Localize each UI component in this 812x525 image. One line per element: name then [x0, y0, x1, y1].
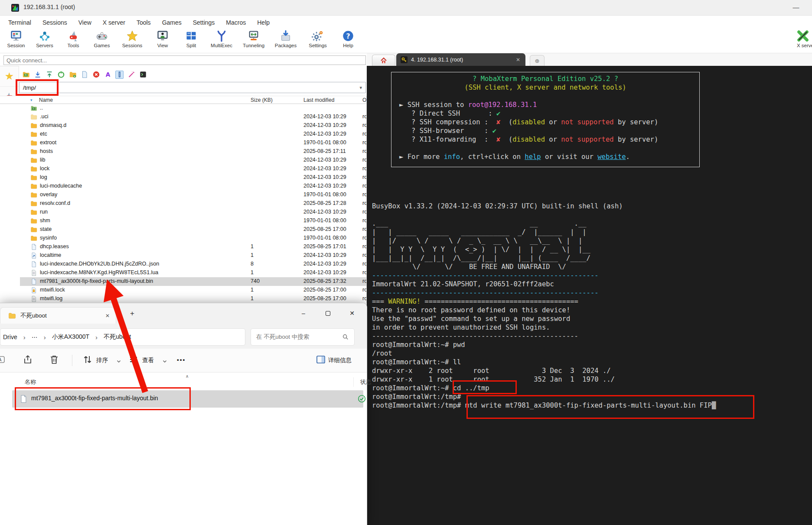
toolbar-tools[interactable]: Tools [59, 29, 88, 48]
breadcrumb-item[interactable]: 不死uboot [101, 333, 134, 341]
toolbar-servers[interactable]: Servers [30, 29, 59, 48]
font-icon[interactable]: A [104, 71, 112, 79]
explorer-tab-close-icon[interactable]: ✕ [105, 313, 110, 319]
sftp-row-mtwifi.log[interactable]: mtwifi.log12025-08-25 17:00ro [20, 295, 366, 303]
upload-icon[interactable] [45, 71, 53, 79]
sftp-row-hosts[interactable]: hosts2025-08-25 17:11ro [20, 147, 366, 156]
column-owner[interactable]: O [362, 97, 366, 103]
menu-view[interactable]: View [73, 16, 97, 29]
wand-icon[interactable] [127, 71, 135, 79]
favorites-button[interactable]: ★ [0, 66, 19, 87]
breadcrumb[interactable]: Drive›⋯›小米AX3000T›不死uboot [0, 328, 245, 346]
details-button[interactable]: 详细信息 [328, 356, 352, 364]
sftp-row-lib[interactable]: lib2024-12-03 10:29ro [20, 156, 366, 165]
tab-close-icon[interactable]: ✕ [516, 57, 520, 63]
sftp-row-dnsmasq.d[interactable]: dnsmasq.d2024-12-03 10:29ro [20, 121, 366, 130]
download-icon[interactable] [33, 71, 42, 79]
delete-button[interactable] [49, 354, 61, 366]
sftp-row-resolv.conf.d[interactable]: resolv.conf.d2025-08-25 17:28ro [20, 199, 366, 208]
file-modified: 2024-12-03 10:29 [303, 261, 346, 267]
sftp-row-run[interactable]: run2024-12-03 10:29ro [20, 208, 366, 217]
menu-games[interactable]: Games [157, 16, 187, 29]
toolbar-games[interactable]: Games [88, 29, 116, 48]
menu-tools[interactable]: Tools [131, 16, 157, 29]
sftp-row-extroot[interactable]: extroot1970-01-01 08:00ro [20, 139, 366, 147]
terminal[interactable]: ? MobaXterm Personal Edition v25.2 ?(SSH… [367, 66, 812, 525]
new-file-icon[interactable] [80, 71, 88, 79]
sftp-row-mtwifi.lock[interactable]: mtwifi.lock12025-08-25 17:00ro [20, 286, 366, 295]
sftp-row-luci-indexcache.DHObYk2Ub.DHN.j5cZdRO..json[interactable]: luci-indexcache.DHObYk2Ub.DHN.j5cZdRO..j… [20, 260, 366, 269]
sftp-row-overlay[interactable]: overlay1970-01-01 08:00ro [20, 191, 366, 199]
quick-connect-input[interactable] [3, 55, 366, 65]
sftp-row-sysinfo[interactable]: sysinfo1970-01-01 08:00ro [20, 234, 366, 243]
sftp-row-state[interactable]: state2025-08-25 17:00ro [20, 225, 366, 234]
menu-settings[interactable]: Settings [187, 16, 221, 29]
breadcrumb-item[interactable]: Drive [0, 334, 20, 340]
sftp-row-mt7981_ax3000t-fip-fixed-parts-multi-layout.bin[interactable]: mt7981_ax3000t-fip-fixed-parts-multi-lay… [20, 277, 366, 286]
explorer-minimize-button[interactable]: – [292, 306, 315, 321]
delete-icon[interactable] [92, 71, 100, 79]
menu-macros[interactable]: Macros [220, 16, 251, 29]
chevron-down-icon[interactable]: ▾ [359, 85, 365, 91]
new-folder-icon[interactable] [68, 71, 77, 79]
rename-button[interactable]: A [0, 354, 7, 366]
sftp-row-dhcp.leases[interactable]: dhcp.leases12025-08-25 17:01ro [20, 243, 366, 251]
file-modified: 2024-12-03 10:29 [303, 122, 346, 128]
toolbar-help[interactable]: ?Help [334, 29, 362, 48]
text-cursor-icon[interactable] [115, 71, 124, 79]
toolbar-packages[interactable]: Packages [270, 29, 302, 48]
column-name[interactable]: Name [39, 97, 53, 103]
explorer-column-status[interactable]: 状态 [360, 378, 372, 386]
breadcrumb-item[interactable]: 小米AX3000T [49, 333, 92, 341]
toolbar-settings[interactable]: Settings [302, 29, 334, 48]
sftp-row-localtime[interactable]: localtime12024-12-03 10:29ro [20, 251, 366, 260]
sftp-row-log[interactable]: log2024-12-03 10:29ro [20, 173, 366, 182]
toolbar-xserver[interactable]: X server [797, 30, 812, 48]
minimize-button[interactable]: — [786, 1, 806, 14]
terminal-icon[interactable] [139, 71, 147, 79]
refresh-icon[interactable] [57, 71, 65, 79]
explorer-file-row[interactable]: mt7981_ax3000t-fip-fixed-parts-multi-lay… [12, 390, 363, 408]
column-size[interactable]: Size (KB) [251, 97, 273, 103]
sftp-row-shm[interactable]: shm1970-01-01 08:00ro [20, 217, 366, 225]
sftp-row-.uci[interactable]: .uci2024-12-03 10:29ro [20, 113, 366, 121]
toolbar-session[interactable]: Session [2, 29, 30, 48]
toolbar-view[interactable]: View [148, 29, 177, 48]
menu-help[interactable]: Help [251, 16, 275, 29]
menu-sessions[interactable]: Sessions [37, 16, 73, 29]
share-button[interactable] [23, 354, 35, 366]
explorer-tab[interactable]: 不死uboot ✕ [0, 307, 116, 324]
sftp-path-value[interactable]: /tmp/ [20, 84, 359, 91]
terminal-tab-active[interactable]: 4. 192.168.31.1 (root) ✕ [396, 53, 525, 66]
file-name: state [40, 226, 52, 232]
sftp-row-luci-modulecache[interactable]: luci-modulecache2024-12-03 10:29ro [20, 182, 366, 191]
sftp-path-bar[interactable]: /tmp/ ▾ [19, 82, 366, 93]
breadcrumb-item[interactable]: ⋯ [29, 334, 40, 340]
explorer-search-box[interactable]: 在 不死uboot 中搜索 [251, 328, 355, 346]
file-owner: ro [362, 183, 366, 189]
view-button[interactable]: 查看 [142, 356, 154, 364]
toolbar-sessions[interactable]: Sessions [116, 29, 148, 48]
toolbar-tunneling[interactable]: Tunneling [238, 29, 270, 48]
explorer-new-tab-button[interactable]: + [130, 309, 134, 318]
menu-x-server[interactable]: X server [97, 16, 131, 29]
toolbar-multiexec[interactable]: MultiExec [205, 29, 238, 48]
sftp-row-luci-indexcache.M8NkY.Kgd.HgRW8TEcL5S1.lua[interactable]: luci-indexcache.M8NkY.Kgd.HgRW8TEcL5S1.l… [20, 269, 366, 277]
sftp-row-..[interactable]: t.. [20, 104, 366, 113]
sftp-row-lock[interactable]: lock2024-12-03 10:29ro [20, 165, 366, 173]
explorer-column-name[interactable]: 名称 [25, 378, 36, 386]
toolbar-split[interactable]: Split [177, 29, 205, 48]
sort-button[interactable]: 排序 [96, 356, 108, 364]
new-tab-button[interactable]: ⊕ [530, 55, 545, 66]
explorer-maximize-button[interactable] [316, 306, 339, 321]
sftp-row-etc[interactable]: etc2024-12-03 10:29ro [20, 130, 366, 139]
terminal-text: ? MobaXterm Personal Edition v25.2 ? [473, 75, 618, 83]
menu-terminal[interactable]: Terminal [3, 16, 37, 29]
more-button[interactable]: ••• [177, 356, 186, 363]
sort-triangle-icon[interactable]: ▾ [30, 98, 33, 102]
column-modified[interactable]: Last modified [303, 97, 334, 103]
explorer-close-button[interactable]: ✕ [341, 306, 363, 321]
home-tab[interactable] [372, 55, 395, 66]
tmp-folder-icon[interactable]: t [22, 71, 30, 79]
mobaxterm-logo-icon [11, 4, 19, 12]
